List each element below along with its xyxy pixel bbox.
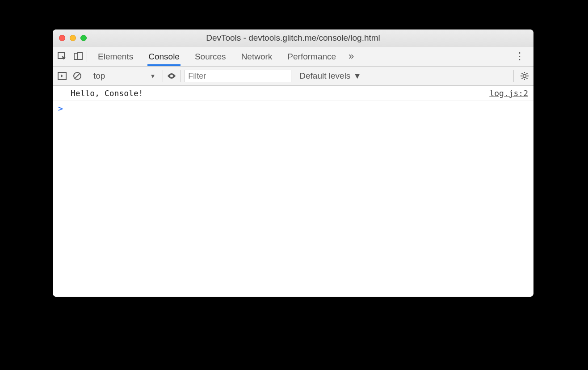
console-prompt[interactable]: > bbox=[53, 101, 533, 116]
svg-point-6 bbox=[170, 75, 173, 77]
svg-line-13 bbox=[526, 78, 527, 79]
titlebar: DevTools - devtools.glitch.me/console/lo… bbox=[53, 29, 533, 46]
traffic-lights bbox=[53, 35, 87, 41]
tab-performance[interactable]: Performance bbox=[286, 47, 337, 66]
svg-line-15 bbox=[526, 73, 527, 74]
log-message: Hello, Console! bbox=[71, 88, 143, 98]
log-levels-selector[interactable]: Default levels ▼ bbox=[299, 71, 361, 81]
live-expression-icon[interactable] bbox=[167, 71, 176, 81]
settings-menu-icon[interactable]: ⋮ bbox=[510, 50, 529, 63]
zoom-window-button[interactable] bbox=[80, 35, 87, 41]
console-settings-icon[interactable] bbox=[513, 70, 529, 82]
chevron-down-icon: ▼ bbox=[353, 71, 361, 81]
tab-console[interactable]: Console bbox=[147, 47, 181, 66]
svg-line-12 bbox=[522, 73, 523, 74]
context-selector[interactable]: top ▼ bbox=[90, 71, 159, 81]
minimize-window-button[interactable] bbox=[70, 35, 76, 41]
toggle-sidebar-icon[interactable] bbox=[57, 71, 67, 81]
svg-line-14 bbox=[522, 78, 523, 79]
window-title: DevTools - devtools.glitch.me/console/lo… bbox=[53, 33, 533, 43]
panel-tabs: Elements Console Sources Network Perform… bbox=[97, 47, 337, 66]
close-window-button[interactable] bbox=[59, 35, 65, 41]
console-toolbar: top ▼ Default levels ▼ bbox=[53, 67, 533, 86]
device-toolbar-icon[interactable] bbox=[73, 51, 83, 61]
inspect-element-icon[interactable] bbox=[57, 51, 67, 61]
log-levels-label: Default levels bbox=[299, 71, 350, 81]
filter-input[interactable] bbox=[184, 70, 291, 82]
devtools-tabbar: Elements Console Sources Network Perform… bbox=[53, 46, 533, 67]
console-output: Hello, Console! log.js:2 > bbox=[53, 86, 533, 297]
tab-elements[interactable]: Elements bbox=[97, 47, 134, 66]
clear-console-icon[interactable] bbox=[72, 71, 82, 81]
svg-point-7 bbox=[523, 75, 526, 78]
svg-rect-2 bbox=[78, 52, 82, 59]
more-tabs-icon[interactable]: » bbox=[349, 50, 354, 62]
context-label: top bbox=[93, 71, 105, 81]
svg-line-5 bbox=[75, 73, 80, 79]
log-source-link[interactable]: log.js:2 bbox=[489, 88, 528, 98]
log-row: Hello, Console! log.js:2 bbox=[53, 86, 533, 101]
chevron-down-icon: ▼ bbox=[150, 73, 155, 80]
tab-network[interactable]: Network bbox=[240, 47, 273, 66]
tab-sources[interactable]: Sources bbox=[194, 47, 227, 66]
devtools-window: DevTools - devtools.glitch.me/console/lo… bbox=[53, 29, 533, 297]
